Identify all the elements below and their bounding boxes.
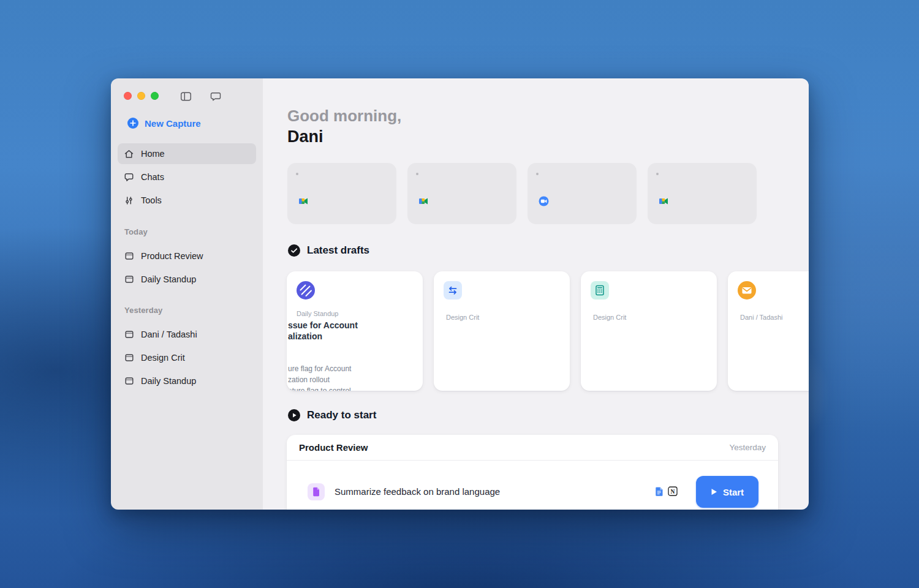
yesterday-list: Dani / Tadashi Design Crit Daily Standup [118,324,256,394]
sidebar-item-daily-standup[interactable]: Daily Standup [118,269,256,290]
purple-document-icon [308,483,325,500]
draft-source: Design Crit [446,314,479,321]
nav-label: Product Review [141,251,203,261]
latest-drafts-header: Latest drafts [288,244,369,257]
sidebar: New Capture Home [111,78,263,510]
tools-icon [124,195,134,206]
sidebar-toggle-icon[interactable] [180,91,192,102]
placeholder-dot [536,173,539,175]
draft-source: Design Crit [593,314,626,321]
meeting-note-icon [124,251,134,262]
zoom-window-button[interactable] [151,92,159,100]
notion-icon[interactable]: N [668,486,678,496]
minimize-window-button[interactable] [137,92,145,100]
section-title-today: Today [124,227,148,236]
draft-card-dani-tadashi[interactable]: Dani / Tadashi [728,271,809,391]
ready-panel-header: Product Review Yesterday [287,435,778,461]
indigo-stripes-icon [297,281,315,300]
today-list: Product Review Daily Standup [118,246,256,292]
nav-label: Daily Standup [141,376,196,386]
meeting-note-icon [124,353,134,363]
placeholder-dot [656,173,659,175]
draft-body: ure flag for Account zation rollout atur… [288,363,351,391]
draft-title: ssue for Account alization [288,320,358,342]
panel-timestamp: Yesterday [729,443,766,452]
desktop-background: New Capture Home [0,0,919,588]
sidebar-item-tools[interactable]: Tools [118,190,256,211]
start-label: Start [723,487,744,497]
sidebar-nav: Home Chats [118,143,256,213]
meeting-note-icon [124,274,134,285]
meeting-note-icon [124,330,134,340]
new-capture-button[interactable]: New Capture [127,118,201,129]
nav-label: Chats [141,172,164,182]
chat-bubble-icon [124,172,134,183]
meeting-note-icon [124,376,134,386]
drafts-row: Daily Standup ssue for Account alization… [287,271,809,391]
task-attachments: N [656,486,678,496]
placeholder-dot [296,173,298,175]
close-window-button[interactable] [124,92,132,100]
swap-arrows-icon [444,281,462,300]
ready-to-start-header: Ready to start [288,409,376,421]
greeting-line: Good morning, [287,105,401,126]
google-meet-icon [298,196,309,206]
svg-text:N: N [671,489,675,495]
sidebar-item-daily-standup-2[interactable]: Daily Standup [118,371,256,391]
sidebar-item-dani-tadashi[interactable]: Dani / Tadashi [118,324,256,345]
ready-to-start-title: Ready to start [307,409,376,421]
google-docs-icon[interactable] [656,487,663,496]
sidebar-item-home[interactable]: Home [118,143,256,164]
panel-title: Product Review [299,442,368,453]
sidebar-item-product-review[interactable]: Product Review [118,246,256,266]
meeting-card-4[interactable] [648,163,757,224]
calculator-icon [591,281,609,300]
latest-drafts-title: Latest drafts [307,244,369,257]
draft-card-design-crit-2[interactable]: Design Crit [581,271,717,391]
check-circle-icon [288,244,300,257]
google-meet-icon [659,196,669,206]
nav-label: Tools [141,195,162,205]
nav-label: Dani / Tadashi [141,330,197,339]
meeting-card-2[interactable] [407,163,516,224]
meeting-cards-row [287,163,757,224]
placeholder-dot [416,173,418,175]
meeting-card-3[interactable] [528,163,637,224]
app-window: New Capture Home [111,78,809,510]
draft-source: Daily Standup [297,310,339,317]
meeting-card-1[interactable] [287,163,396,224]
start-button[interactable]: Start [696,476,758,508]
greeting-name: Dani [287,126,323,147]
new-capture-label: New Capture [145,118,201,129]
section-title-yesterday: Yesterday [124,306,162,315]
mail-icon [738,281,756,300]
sidebar-item-design-crit[interactable]: Design Crit [118,347,256,368]
task-label[interactable]: Summarize feedback on brand language [335,486,500,497]
home-icon [124,149,134,159]
draft-source: Dani / Tadashi [740,314,783,321]
nav-label: Design Crit [141,353,185,363]
play-circle-icon [288,409,300,421]
traffic-lights [124,92,159,100]
zoom-icon [539,196,549,206]
main-content: Good morning, Dani [263,78,809,510]
feedback-bubble-icon[interactable] [210,91,222,102]
google-meet-icon [418,196,429,206]
ready-panel: Product Review Yesterday Summarize feedb… [287,435,778,510]
nav-label: Home [141,149,165,159]
play-icon [711,488,717,496]
draft-card-daily-standup[interactable]: Daily Standup ssue for Account alization… [287,271,423,391]
sidebar-item-chats[interactable]: Chats [118,167,256,187]
nav-label: Daily Standup [141,274,196,284]
plus-circle-icon [127,118,138,129]
draft-card-design-crit-1[interactable]: Design Crit [434,271,570,391]
